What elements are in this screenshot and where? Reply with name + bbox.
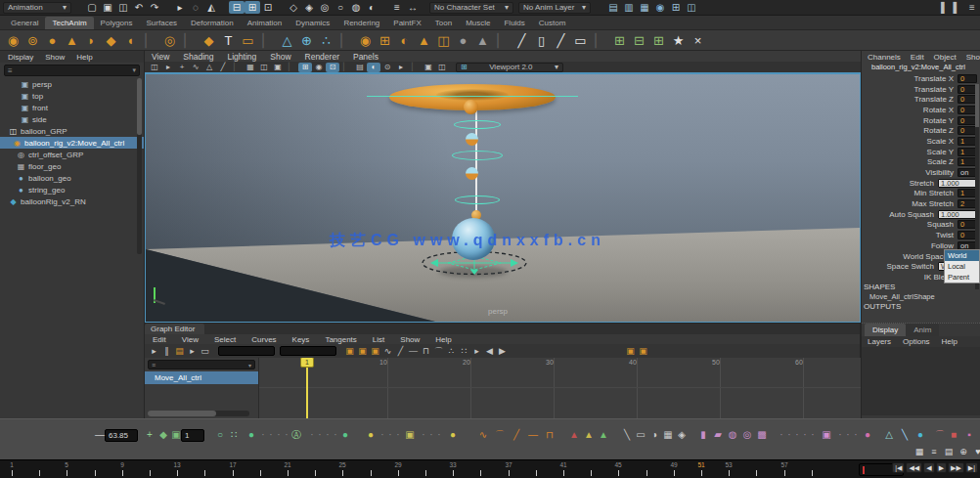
outliner-item[interactable]: ▣ side: [0, 113, 144, 125]
shelf-icon[interactable]: ◆: [200, 32, 217, 49]
viewport-renderer-dropdown[interactable]: ⊞ Viewport 2.0 ▾: [456, 63, 563, 72]
outliner-menu-item[interactable]: Show: [39, 53, 70, 62]
shelf-icon[interactable]: ╱: [553, 32, 569, 49]
viewport-toolbar-icon[interactable]: ▣: [422, 63, 435, 72]
render-icon[interactable]: ▥: [621, 1, 637, 14]
outliner-menu-item[interactable]: Display: [2, 53, 39, 62]
status-line-icon[interactable]: ◇: [286, 1, 301, 14]
control-ring-1[interactable]: [454, 120, 501, 129]
channel-value-field[interactable]: 1.000: [938, 179, 977, 188]
animation-toolbar-icon[interactable]: ⌒: [933, 428, 947, 442]
animation-toolbar-icon[interactable]: ▩: [755, 428, 769, 442]
status-line-icon[interactable]: ○: [333, 1, 348, 14]
graph-toolbar-icon[interactable]: ⊓: [420, 346, 432, 357]
channel-row[interactable]: Translate Z 0: [862, 94, 980, 105]
viewport-toolbar-icon[interactable]: ◐: [367, 63, 380, 72]
channel-value-field[interactable]: 0: [958, 95, 977, 104]
viewport-canvas[interactable]: 技艺CG www.qdnxxfb.cn persp: [145, 72, 861, 323]
channel-box-menu-item[interactable]: Channels: [863, 53, 906, 62]
viewport-toolbar-icon[interactable]: +: [175, 63, 189, 72]
shelf-tab[interactable]: Surfaces: [140, 17, 185, 29]
viewport-toolbar-icon[interactable]: ▏: [339, 63, 353, 72]
enum-popup-option[interactable]: Local: [945, 261, 979, 272]
time-ruler[interactable]: 1 5 9 13 17 21: [0, 459, 980, 478]
shelf-icon[interactable]: ⊞: [611, 32, 628, 49]
animation-toolbar-icon[interactable]: ▰: [711, 428, 725, 442]
channel-row[interactable]: Rotate Z 0: [862, 125, 980, 136]
channel-row[interactable]: Translate Y 0: [862, 84, 980, 95]
channel-value-field[interactable]: 1: [958, 157, 977, 166]
shelf-tab[interactable]: Polygons: [94, 17, 140, 29]
graph-toolbar-icon[interactable]: ▭: [199, 346, 211, 357]
channel-value-field[interactable]: 0: [958, 126, 977, 135]
view-mode-icon[interactable]: ≡: [927, 445, 941, 457]
shelf-tab[interactable]: Deformation: [184, 17, 241, 29]
status-line-icon[interactable]: ◎: [317, 1, 333, 14]
status-line-icon[interactable]: ⊡: [260, 1, 276, 14]
viewport-toolbar-icon[interactable]: ⊞: [298, 63, 312, 72]
channel-value-field[interactable]: 0: [958, 85, 977, 94]
viewport-toolbar-icon[interactable]: ⊡: [326, 63, 339, 72]
graph-toolbar-icon[interactable]: ∿: [381, 346, 394, 357]
animation-toolbar-icon[interactable]: ◍: [726, 428, 739, 442]
animation-toolbar-icon[interactable]: ▲: [567, 428, 581, 442]
viewport-toolbar-icon[interactable]: △: [202, 63, 216, 72]
status-line-icon[interactable]: ↔: [405, 1, 421, 14]
shelf-tab[interactable]: General: [4, 17, 45, 29]
shelf-icon[interactable]: ▏: [259, 32, 276, 49]
viewport-menu-item[interactable]: Panels: [346, 52, 385, 62]
animation-toolbar-icon[interactable]: ▣: [169, 428, 183, 442]
status-line-icon[interactable]: ▣: [100, 1, 115, 14]
channel-row[interactable]: Min Stretch 1: [862, 189, 980, 199]
channel-row[interactable]: Visibility on: [862, 167, 980, 178]
layer-editor-menu-item[interactable]: Options: [897, 337, 936, 346]
animation-toolbar-icon[interactable]: ●: [338, 428, 352, 442]
animation-toolbar-icon[interactable]: +: [143, 428, 156, 442]
animation-toolbar-icon[interactable]: ▮: [696, 428, 710, 442]
animation-toolbar-icon[interactable]: ⊓: [543, 428, 557, 442]
shelf-icon[interactable]: ╱: [513, 32, 530, 49]
animation-toolbar-icon[interactable]: ●: [446, 428, 460, 442]
animation-toolbar-icon[interactable]: ▲: [582, 428, 596, 442]
graph-toolbar-icon[interactable]: ∥: [160, 346, 173, 357]
status-line-icon[interactable]: ◌: [188, 1, 203, 14]
stats-field-1[interactable]: [218, 346, 275, 356]
shelf-icon[interactable]: ▏: [181, 32, 198, 49]
shelf-icon[interactable]: ◗: [83, 32, 100, 49]
graph-outliner-item[interactable]: Move_All_ctrl: [145, 371, 258, 384]
animation-toolbar-icon[interactable]: ◎: [740, 428, 754, 442]
transport-button[interactable]: ◀◀: [906, 462, 922, 473]
status-line-icon[interactable]: ↷: [147, 1, 162, 14]
channel-box-menu-item[interactable]: Object: [929, 53, 961, 62]
channel-box-menu-item[interactable]: Show: [961, 53, 980, 62]
channel-row[interactable]: Rotate Y 0: [862, 115, 980, 126]
shelf-tab[interactable]: Dynamics: [289, 17, 336, 29]
control-ring-2[interactable]: [452, 151, 503, 160]
shelf-icon[interactable]: ◐: [396, 32, 413, 49]
shelf-icon[interactable]: ▏: [337, 32, 354, 49]
outliner-item[interactable]: ◉ balloon_rig_v2:Move_All_ctrl: [0, 137, 144, 149]
animation-toolbar-icon[interactable]: ○: [213, 428, 227, 442]
menu-set-dropdown[interactable]: Animation ▾: [3, 2, 71, 14]
channel-box-object-name[interactable]: balloon_rig_v2:Move_All_ctrl: [862, 63, 980, 73]
channel-value-field[interactable]: on: [958, 168, 977, 177]
graph-editor-menu-item[interactable]: Help: [427, 335, 459, 344]
enum-popup-option[interactable]: Parent: [945, 272, 979, 282]
graph-toolbar-icon[interactable]: ∴: [445, 346, 458, 357]
animation-toolbar-icon[interactable]: ∷: [227, 428, 241, 442]
outliner-item[interactable]: ● string_geo: [0, 184, 144, 196]
shelf-tab[interactable]: PaintFX: [386, 17, 427, 29]
shelf-tab[interactable]: Animation: [241, 17, 290, 29]
frame-field[interactable]: 1: [181, 429, 204, 442]
layer-editor-menu-item[interactable]: Help: [936, 337, 963, 346]
shape-node-name[interactable]: Move_All_ctrlShape: [862, 292, 980, 302]
outliner-item[interactable]: ▣ persp: [0, 78, 144, 90]
channel-value-field[interactable]: 1: [958, 137, 977, 146]
graph-toolbar-icon[interactable]: ▸: [148, 346, 160, 357]
sidebar-toggle-icon[interactable]: ▌: [949, 1, 964, 14]
shelf-icon[interactable]: ⊞: [377, 32, 393, 49]
outliner-search-field[interactable]: ≡ ▾: [4, 65, 140, 76]
animation-toolbar-icon[interactable]: ╱: [510, 428, 523, 442]
shelf-tab[interactable]: TechAnim: [45, 17, 93, 29]
graph-toolbar-icon[interactable]: ▣: [637, 346, 649, 357]
